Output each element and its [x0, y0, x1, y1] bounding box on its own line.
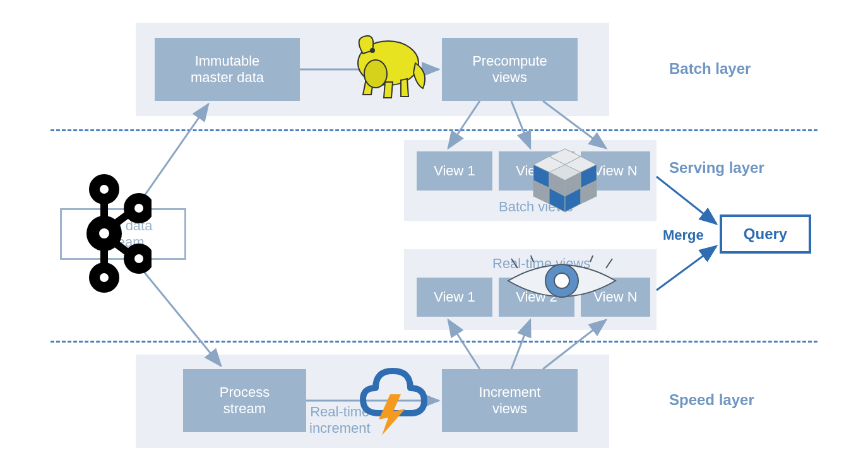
batch-view-1-box: View 1	[417, 151, 492, 191]
divider-bottom	[51, 341, 817, 343]
svg-line-21	[115, 213, 129, 224]
cube-icon	[524, 144, 606, 222]
svg-line-13	[657, 246, 716, 290]
batch-layer-label: Batch layer	[669, 60, 751, 78]
hadoop-icon	[341, 28, 436, 107]
svg-point-24	[99, 228, 109, 238]
svg-point-25	[100, 273, 109, 282]
precompute-views-box: Precompute views	[442, 38, 578, 101]
rt-view-1-box: View 1	[417, 278, 492, 317]
speed-layer-label: Speed layer	[669, 391, 754, 409]
kafka-icon	[76, 173, 152, 296]
svg-point-29	[364, 60, 387, 88]
svg-line-22	[115, 243, 129, 254]
svg-line-48	[606, 259, 612, 268]
svg-line-12	[657, 177, 716, 224]
merge-label: Merge	[663, 227, 704, 244]
svg-point-30	[370, 48, 375, 53]
svg-line-45	[511, 259, 518, 268]
svg-point-27	[134, 254, 143, 263]
divider-top	[51, 129, 817, 131]
storm-icon	[347, 360, 436, 438]
increment-views-box: Increment views	[442, 369, 578, 432]
query-box: Query	[720, 214, 811, 254]
svg-line-47	[590, 256, 593, 262]
serving-layer-label: Serving layer	[669, 159, 764, 177]
svg-point-49	[560, 279, 564, 283]
eye-icon	[505, 256, 619, 308]
process-stream-box: Process stream	[183, 369, 306, 432]
immutable-master-data-box: Immutable master data	[155, 38, 300, 101]
svg-line-46	[530, 256, 533, 262]
svg-point-23	[100, 185, 109, 194]
svg-point-26	[134, 204, 143, 213]
